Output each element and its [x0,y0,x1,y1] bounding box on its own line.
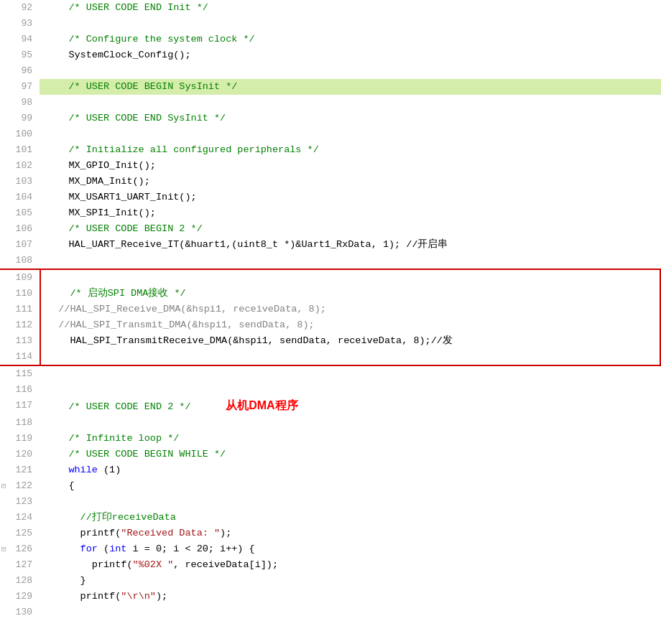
code-line-123: 123 [0,494,661,510]
line-number: 123 [0,494,40,510]
code-line-98: 98 [0,95,661,111]
token: BEGIN WHILE */ [139,449,226,459]
token: while [68,465,98,475]
code-editor: 92 /* USER CODE END Init */9394 /* Confi… [0,0,661,644]
token: CODE [115,2,138,13]
line-content: printf("\r\n"); [40,589,661,605]
line-content: MX_DMA_Init(); [40,174,661,190]
line-number: 113 [0,333,40,349]
line-number: 102 [0,158,40,174]
line-number: 116 [0,382,40,398]
code-line-118: 118 [0,415,661,431]
line-number: 120 [0,447,40,462]
line-number: 129 [0,589,40,605]
line-content: printf("Received Data: "); [40,526,661,541]
code-line-106: 106 /* USER CODE BEGIN 2 */ [0,221,661,237]
token: ( [98,543,109,554]
line-number: 95 [0,47,40,63]
code-line-130: 130 [0,605,661,620]
code-line-108: 108 [0,253,661,269]
line-content: } [40,573,661,589]
token: i = 0; i < 20; i++) { [126,543,254,554]
code-line-117: 117 /* USER CODE END 2 */ 从机DMA程序 [0,398,661,415]
line-number: 127 [0,557,40,573]
line-content: /* USER CODE BEGIN WHILE */ [40,447,661,462]
code-line-115: 115 [0,366,661,382]
token: for [80,543,98,554]
line-content [40,63,661,79]
token: printf( [45,528,121,538]
code-line-119: 119 /* Infinite loop */ [0,431,661,447]
token: MX_DMA_Init(); [45,176,150,187]
token: END 2 */ [139,401,191,412]
token: /* USER [45,449,115,459]
line-number: 121 [0,462,40,478]
line-number: 118 [0,415,40,431]
token: END Init */ [139,2,208,13]
token: "%02X " [133,559,174,570]
code-line-127: 127 printf("%02X ", receiveData[i]); [0,557,661,573]
token: /* USER [45,81,115,92]
line-number: 98 [0,95,40,111]
line-content: /* USER CODE END SysInit */ [40,111,661,126]
token: CODE [115,401,138,412]
line-number: 108 [0,253,40,269]
token [45,543,80,554]
code-line-95: 95 SystemClock_Config(); [0,47,661,63]
token: MX_SPI1_Init(); [45,207,156,218]
line-number: 106 [0,221,40,237]
line-number: 115 [0,366,40,382]
line-number: 128 [0,573,40,589]
line-number: 119 [0,431,40,447]
line-content: //打印receiveData [40,510,661,526]
code-line-116: 116 [0,382,661,398]
line-number: 124 [0,510,40,526]
line-content: HAL_UART_Receive_IT(&huart1,(uint8_t *)&… [40,237,661,253]
line-content: MX_GPIO_Init(); [40,158,661,174]
code-line-122: 122 { [0,478,661,494]
token: /* Configure the system clock */ [45,34,255,45]
line-content: MX_USART1_UART_Init(); [40,190,661,205]
token: //HAL_SPI_Transmit_DMA(&hspi1, sendData,… [47,319,315,330]
code-line-101: 101 /* Initialize all configured periphe… [0,142,661,158]
line-number: 99 [0,111,40,126]
line-number: 109 [0,269,40,286]
token [191,401,226,412]
line-content: SystemClock_Config(); [40,47,661,63]
token: 从机DMA程序 [226,399,297,411]
token: printf( [45,591,121,602]
code-line-128: 128 } [0,573,661,589]
code-line-94: 94 /* Configure the system clock */ [0,32,661,47]
code-line-105: 105 MX_SPI1_Init(); [0,205,661,221]
line-content: printf("%02X ", receiveData[i]); [40,557,661,573]
line-number: 117 [0,398,40,415]
line-content: /* USER CODE END Init */ [40,0,661,16]
line-content: /* 启动SPI DMA接收 */ [40,286,661,302]
code-line-126: 126 for (int i = 0; i < 20; i++) { [0,541,661,557]
token: /* USER [45,2,115,13]
code-line-121: 121 while (1) [0,462,661,478]
line-content: MX_SPI1_Init(); [40,205,661,221]
token [45,465,68,475]
token: BEGIN 2 */ [139,223,203,234]
token: /* 启动SPI DMA接收 */ [47,288,186,299]
line-number: 126 [0,541,40,557]
line-content: HAL_SPI_TransmitReceive_DMA(&hspi1, send… [40,333,661,349]
token: /* Initialize all configured peripherals… [45,144,319,155]
code-line-102: 102 MX_GPIO_Init(); [0,158,661,174]
code-line-100: 100 [0,126,661,142]
code-line-125: 125 printf("Received Data: "); [0,526,661,541]
line-number: 114 [0,349,40,366]
line-content: /* USER CODE BEGIN 2 */ [40,221,661,237]
token: END SysInit */ [139,113,226,123]
token: /* Infinite loop */ [45,433,179,444]
line-number: 130 [0,605,40,620]
code-line-113: 113 HAL_SPI_TransmitReceive_DMA(&hspi1, … [0,333,661,349]
line-content [40,126,661,142]
code-line-92: 92 /* USER CODE END Init */ [0,0,661,16]
token: //打印receiveData [45,512,176,523]
line-number: 100 [0,126,40,142]
code-line-124: 124 //打印receiveData [0,510,661,526]
line-content: //HAL_SPI_Transmit_DMA(&hspi1, sendData,… [40,317,661,333]
code-line-114: 114 [0,349,661,366]
